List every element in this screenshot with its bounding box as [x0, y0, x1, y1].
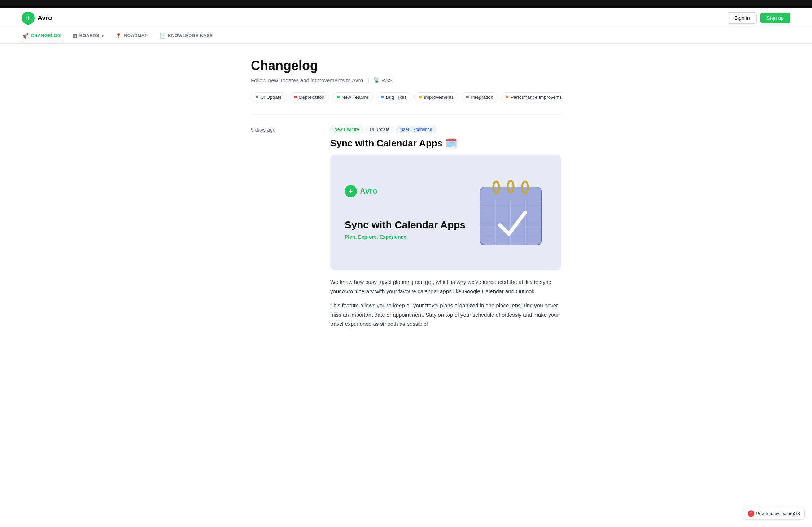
entry-title: Sync with Calendar Apps 🗓️ [330, 138, 561, 149]
filter-tag-ui-update[interactable]: UI Update [251, 92, 287, 102]
top-bar [0, 0, 812, 8]
rss-icon: 📡 [373, 77, 380, 83]
improvements-dot [419, 96, 422, 98]
filter-tag-label: Deprecation [299, 95, 324, 100]
rss-label: RSS [381, 77, 393, 83]
knowledge-base-icon: 📄 [160, 33, 166, 39]
body-paragraph-2: This feature allows you to keep all your… [330, 301, 561, 329]
body-paragraph-1: We know how busy travel planning can get… [330, 277, 561, 296]
filter-tag-label: Improvements [424, 95, 454, 100]
page-subtitle-row: Follow new updates and improvements to A… [251, 77, 561, 83]
filter-tag-label: New Feature [342, 95, 368, 100]
feature-brand-name: Avro [360, 186, 377, 196]
nav-item-boards[interactable]: ⊞ BOARDS ▾ [72, 28, 105, 43]
filter-tag-performance[interactable]: Performance Improvement [501, 92, 561, 102]
nav-knowledge-base-label: KNOWLEDGE BASE [168, 33, 213, 38]
logo-text: Avro [38, 14, 52, 22]
filter-tags-row: UI Update Deprecation New Feature Bug Fi… [251, 92, 561, 102]
new-feature-dot [337, 96, 340, 98]
feature-brand-icon: + [345, 185, 357, 197]
deprecation-dot [294, 96, 297, 98]
filter-tag-label: Integration [471, 95, 493, 100]
entry-body: We know how busy travel planning can get… [330, 277, 561, 329]
filter-tag-improvements[interactable]: Improvements [414, 92, 458, 102]
roadmap-icon: 📍 [115, 33, 122, 39]
filter-tag-label: Bug Fixes [386, 95, 407, 100]
nav: 🚀 CHANGELOG ⊞ BOARDS ▾ 📍 ROADMAP 📄 KNOWL… [0, 28, 812, 44]
ui-update-dot [256, 96, 258, 98]
entry-date: 5 days ago [251, 126, 316, 334]
filter-tag-new-feature[interactable]: New Feature [332, 92, 373, 102]
feature-image-title: Sync with Calendar Apps [345, 219, 475, 231]
boards-icon: ⊞ [73, 33, 77, 39]
changelog-icon: 🚀 [22, 33, 29, 39]
filter-tag-deprecation[interactable]: Deprecation [289, 92, 329, 102]
logo-icon: + [22, 12, 35, 25]
signup-button[interactable]: Sign up [760, 13, 790, 23]
performance-dot [506, 96, 508, 98]
calendar-illustration [475, 173, 547, 252]
nav-roadmap-label: ROADMAP [124, 33, 148, 38]
chevron-down-icon: ▾ [101, 33, 104, 38]
filter-tag-bug-fixes[interactable]: Bug Fixes [376, 92, 411, 102]
tag-user-experience[interactable]: User Experience [396, 126, 436, 133]
entry-title-text: Sync with Calendar Apps [330, 138, 442, 149]
integration-dot [466, 96, 469, 98]
divider-pipe: | [368, 77, 370, 83]
nav-boards-label: BOARDS [79, 33, 100, 38]
changelog-entry: 5 days ago New Feature UI Update User Ex… [251, 126, 561, 334]
calendar-emoji: 🗓️ [445, 138, 457, 149]
header-actions: Sign in Sign up [728, 12, 790, 24]
header: + Avro Sign in Sign up [0, 8, 812, 28]
page-subtitle-text: Follow new updates and improvements to A… [251, 77, 364, 83]
main-content: Changelog Follow new updates and improve… [244, 44, 568, 373]
filter-tag-label: Performance Improvement [511, 95, 561, 100]
nav-changelog-label: CHANGELOG [31, 33, 61, 38]
signin-button[interactable]: Sign in [728, 12, 757, 24]
tag-ui-update[interactable]: UI Update [366, 126, 393, 133]
feature-image-left: + Avro Sync with Calendar Apps Plan. Exp… [345, 185, 475, 240]
bug-fixes-dot [381, 96, 384, 98]
logo-area: + Avro [22, 12, 52, 25]
separator [251, 114, 561, 114]
nav-item-changelog[interactable]: 🚀 CHANGELOG [22, 28, 62, 43]
nav-item-knowledge-base[interactable]: 📄 KNOWLEDGE BASE [159, 28, 214, 43]
svg-rect-2 [480, 195, 541, 200]
page-title: Changelog [251, 58, 561, 73]
tag-new-feature[interactable]: New Feature [330, 126, 363, 133]
entry-tags: New Feature UI Update User Experience [330, 126, 561, 133]
feature-image: + Avro Sync with Calendar Apps Plan. Exp… [330, 155, 561, 270]
filter-tag-integration[interactable]: Integration [461, 92, 498, 102]
feature-image-subtitle: Plan. Explore. Experience. [345, 234, 475, 240]
rss-link[interactable]: 📡 RSS [373, 77, 393, 83]
feature-brand: + Avro [345, 185, 475, 197]
filter-tag-label: UI Update [261, 95, 282, 100]
nav-item-roadmap[interactable]: 📍 ROADMAP [115, 28, 149, 43]
entry-content: New Feature UI Update User Experience Sy… [330, 126, 561, 334]
